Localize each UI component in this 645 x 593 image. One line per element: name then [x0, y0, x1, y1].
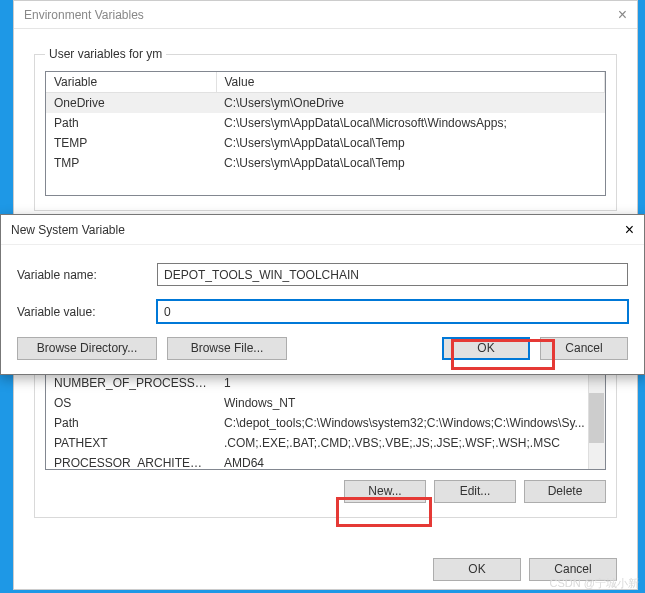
table-row[interactable]: OneDriveC:\Users\ym\OneDrive [46, 93, 605, 114]
browse-file-button[interactable]: Browse File... [167, 337, 287, 360]
table-row[interactable]: PathC:\depot_tools;C:\Windows\system32;C… [46, 413, 605, 433]
watermark: CSDN @宁城小新 [550, 576, 639, 591]
env-title-bar: Environment Variables × [14, 1, 637, 29]
column-header-value[interactable]: Value [216, 72, 605, 93]
cancel-button[interactable]: Cancel [540, 337, 628, 360]
variable-name-input[interactable] [157, 263, 628, 286]
table-row[interactable]: OSWindows_NT [46, 393, 605, 413]
ok-button[interactable]: OK [442, 337, 530, 360]
user-variables-group: User variables for ym Variable Value One… [34, 47, 617, 211]
user-variables-legend: User variables for ym [45, 47, 166, 61]
variable-name-label: Variable name: [17, 268, 157, 282]
close-icon[interactable]: × [625, 221, 634, 239]
newvar-title-bar: New System Variable × [1, 215, 644, 245]
ok-button[interactable]: OK [433, 558, 521, 581]
column-header-variable[interactable]: Variable [46, 72, 216, 93]
edit-button[interactable]: Edit... [434, 480, 516, 503]
new-button[interactable]: New... [344, 480, 426, 503]
newvar-title: New System Variable [11, 223, 125, 237]
table-row[interactable]: PathC:\Users\ym\AppData\Local\Microsoft\… [46, 113, 605, 133]
browse-directory-button[interactable]: Browse Directory... [17, 337, 157, 360]
variable-value-label: Variable value: [17, 305, 157, 319]
new-system-variable-dialog: New System Variable × Variable name: Var… [0, 214, 645, 375]
close-icon[interactable]: × [618, 1, 627, 29]
table-row[interactable]: TEMPC:\Users\ym\AppData\Local\Temp [46, 133, 605, 153]
table-row[interactable]: PATHEXT.COM;.EXE;.BAT;.CMD;.VBS;.VBE;.JS… [46, 433, 605, 453]
table-row[interactable]: NUMBER_OF_PROCESSORS1 [46, 373, 605, 393]
env-window-title: Environment Variables [24, 1, 144, 29]
variable-value-input[interactable] [157, 300, 628, 323]
table-row[interactable]: TMPC:\Users\ym\AppData\Local\Temp [46, 153, 605, 173]
user-variables-table[interactable]: Variable Value OneDriveC:\Users\ym\OneDr… [45, 71, 606, 196]
table-row[interactable]: PROCESSOR_ARCHITECTUREAMD64 [46, 453, 605, 470]
delete-button[interactable]: Delete [524, 480, 606, 503]
